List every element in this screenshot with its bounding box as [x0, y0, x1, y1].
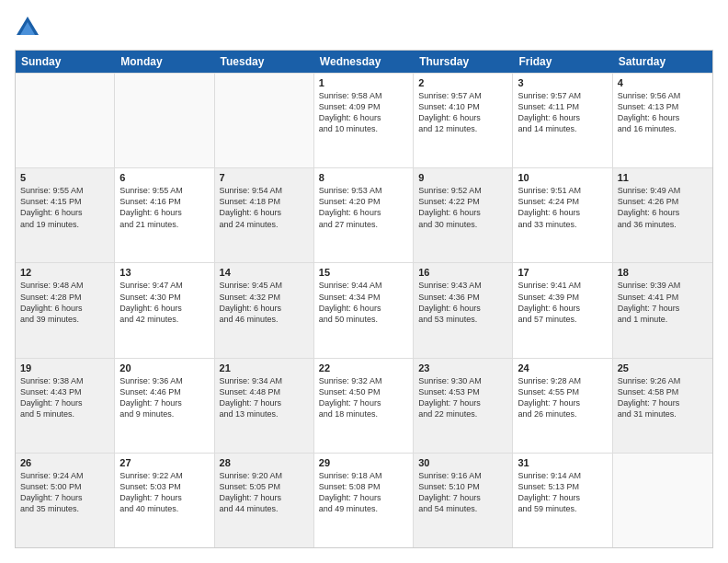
- day-number: 25: [618, 362, 708, 373]
- day-cell-3: 3Sunrise: 9:57 AM Sunset: 4:11 PM Daylig…: [513, 74, 612, 167]
- day-number: 17: [518, 267, 607, 278]
- header-day-wednesday: Wednesday: [314, 51, 414, 73]
- day-cell-28: 28Sunrise: 9:20 AM Sunset: 5:05 PM Dayli…: [215, 454, 314, 547]
- header-day-monday: Monday: [115, 51, 214, 73]
- day-number: 13: [119, 267, 209, 278]
- day-number: 28: [220, 457, 309, 468]
- header-day-sunday: Sunday: [16, 51, 115, 73]
- day-cell-24: 24Sunrise: 9:28 AM Sunset: 4:55 PM Dayli…: [513, 359, 612, 453]
- day-info: Sunrise: 9:53 AM Sunset: 4:20 PM Dayligh…: [319, 185, 408, 230]
- day-number: 26: [20, 457, 109, 468]
- calendar-body: 1Sunrise: 9:58 AM Sunset: 4:09 PM Daylig…: [16, 73, 712, 547]
- day-number: 2: [418, 77, 507, 88]
- calendar-row-4: 19Sunrise: 9:38 AM Sunset: 4:43 PM Dayli…: [16, 358, 712, 453]
- day-number: 8: [319, 172, 408, 183]
- logo: [15, 15, 44, 40]
- day-info: Sunrise: 9:18 AM Sunset: 5:08 PM Dayligh…: [319, 470, 408, 515]
- day-number: 11: [618, 172, 708, 183]
- day-cell-13: 13Sunrise: 9:47 AM Sunset: 4:30 PM Dayli…: [115, 263, 214, 357]
- day-number: 1: [319, 77, 408, 88]
- header-day-friday: Friday: [513, 51, 612, 73]
- day-cell-25: 25Sunrise: 9:26 AM Sunset: 4:58 PM Dayli…: [613, 359, 712, 453]
- day-cell-11: 11Sunrise: 9:49 AM Sunset: 4:26 PM Dayli…: [613, 168, 712, 262]
- day-cell-4: 4Sunrise: 9:56 AM Sunset: 4:13 PM Daylig…: [613, 74, 712, 167]
- day-cell-19: 19Sunrise: 9:38 AM Sunset: 4:43 PM Dayli…: [16, 359, 115, 453]
- calendar-row-5: 26Sunrise: 9:24 AM Sunset: 5:00 PM Dayli…: [16, 453, 712, 547]
- empty-cell-0-0: [16, 74, 115, 167]
- day-number: 3: [518, 77, 607, 88]
- page: SundayMondayTuesdayWednesdayThursdayFrid…: [0, 0, 728, 563]
- day-cell-22: 22Sunrise: 9:32 AM Sunset: 4:50 PM Dayli…: [314, 359, 414, 453]
- header: [15, 15, 713, 40]
- day-number: 19: [20, 362, 109, 373]
- empty-cell-0-1: [115, 74, 214, 167]
- header-day-tuesday: Tuesday: [215, 51, 314, 73]
- day-number: 23: [418, 362, 507, 373]
- day-number: 9: [418, 172, 507, 183]
- day-number: 30: [418, 457, 507, 468]
- day-info: Sunrise: 9:52 AM Sunset: 4:22 PM Dayligh…: [418, 185, 507, 230]
- day-info: Sunrise: 9:41 AM Sunset: 4:39 PM Dayligh…: [518, 280, 607, 325]
- day-info: Sunrise: 9:39 AM Sunset: 4:41 PM Dayligh…: [618, 280, 708, 325]
- day-info: Sunrise: 9:57 AM Sunset: 4:11 PM Dayligh…: [518, 90, 607, 135]
- day-info: Sunrise: 9:56 AM Sunset: 4:13 PM Dayligh…: [618, 90, 708, 135]
- day-number: 24: [518, 362, 607, 373]
- day-number: 12: [20, 267, 109, 278]
- day-info: Sunrise: 9:55 AM Sunset: 4:15 PM Dayligh…: [20, 185, 109, 230]
- day-info: Sunrise: 9:20 AM Sunset: 5:05 PM Dayligh…: [220, 470, 309, 515]
- day-number: 20: [119, 362, 209, 373]
- day-info: Sunrise: 9:36 AM Sunset: 4:46 PM Dayligh…: [119, 375, 209, 420]
- day-info: Sunrise: 9:38 AM Sunset: 4:43 PM Dayligh…: [20, 375, 109, 420]
- calendar-row-2: 5Sunrise: 9:55 AM Sunset: 4:15 PM Daylig…: [16, 167, 712, 262]
- calendar: SundayMondayTuesdayWednesdayThursdayFrid…: [15, 50, 713, 548]
- day-cell-5: 5Sunrise: 9:55 AM Sunset: 4:15 PM Daylig…: [16, 168, 115, 262]
- day-info: Sunrise: 9:51 AM Sunset: 4:24 PM Dayligh…: [518, 185, 607, 230]
- day-info: Sunrise: 9:22 AM Sunset: 5:03 PM Dayligh…: [119, 470, 209, 515]
- day-info: Sunrise: 9:28 AM Sunset: 4:55 PM Dayligh…: [518, 375, 607, 420]
- calendar-row-1: 1Sunrise: 9:58 AM Sunset: 4:09 PM Daylig…: [16, 73, 712, 167]
- day-cell-17: 17Sunrise: 9:41 AM Sunset: 4:39 PM Dayli…: [513, 263, 612, 357]
- empty-cell-4-6: [613, 454, 712, 547]
- day-cell-6: 6Sunrise: 9:55 AM Sunset: 4:16 PM Daylig…: [115, 168, 214, 262]
- day-info: Sunrise: 9:43 AM Sunset: 4:36 PM Dayligh…: [418, 280, 507, 325]
- day-cell-27: 27Sunrise: 9:22 AM Sunset: 5:03 PM Dayli…: [115, 454, 214, 547]
- day-cell-30: 30Sunrise: 9:16 AM Sunset: 5:10 PM Dayli…: [414, 454, 513, 547]
- header-day-thursday: Thursday: [414, 51, 513, 73]
- day-number: 29: [319, 457, 408, 468]
- day-number: 5: [20, 172, 109, 183]
- day-cell-20: 20Sunrise: 9:36 AM Sunset: 4:46 PM Dayli…: [115, 359, 214, 453]
- day-info: Sunrise: 9:54 AM Sunset: 4:18 PM Dayligh…: [220, 185, 309, 230]
- day-cell-26: 26Sunrise: 9:24 AM Sunset: 5:00 PM Dayli…: [16, 454, 115, 547]
- day-number: 14: [220, 267, 309, 278]
- logo-icon: [15, 15, 40, 40]
- day-number: 4: [618, 77, 708, 88]
- day-cell-16: 16Sunrise: 9:43 AM Sunset: 4:36 PM Dayli…: [414, 263, 513, 357]
- day-info: Sunrise: 9:57 AM Sunset: 4:10 PM Dayligh…: [418, 90, 507, 135]
- day-cell-2: 2Sunrise: 9:57 AM Sunset: 4:10 PM Daylig…: [414, 74, 513, 167]
- empty-cell-0-2: [215, 74, 314, 167]
- day-cell-1: 1Sunrise: 9:58 AM Sunset: 4:09 PM Daylig…: [314, 74, 414, 167]
- day-cell-9: 9Sunrise: 9:52 AM Sunset: 4:22 PM Daylig…: [414, 168, 513, 262]
- day-number: 27: [119, 457, 209, 468]
- day-cell-21: 21Sunrise: 9:34 AM Sunset: 4:48 PM Dayli…: [215, 359, 314, 453]
- day-info: Sunrise: 9:44 AM Sunset: 4:34 PM Dayligh…: [319, 280, 408, 325]
- day-cell-15: 15Sunrise: 9:44 AM Sunset: 4:34 PM Dayli…: [314, 263, 414, 357]
- calendar-row-3: 12Sunrise: 9:48 AM Sunset: 4:28 PM Dayli…: [16, 262, 712, 357]
- day-cell-10: 10Sunrise: 9:51 AM Sunset: 4:24 PM Dayli…: [513, 168, 612, 262]
- day-number: 6: [119, 172, 209, 183]
- day-info: Sunrise: 9:49 AM Sunset: 4:26 PM Dayligh…: [618, 185, 708, 230]
- calendar-header: SundayMondayTuesdayWednesdayThursdayFrid…: [16, 51, 712, 73]
- day-info: Sunrise: 9:45 AM Sunset: 4:32 PM Dayligh…: [220, 280, 309, 325]
- day-info: Sunrise: 9:32 AM Sunset: 4:50 PM Dayligh…: [319, 375, 408, 420]
- day-cell-7: 7Sunrise: 9:54 AM Sunset: 4:18 PM Daylig…: [215, 168, 314, 262]
- day-cell-14: 14Sunrise: 9:45 AM Sunset: 4:32 PM Dayli…: [215, 263, 314, 357]
- day-cell-18: 18Sunrise: 9:39 AM Sunset: 4:41 PM Dayli…: [613, 263, 712, 357]
- day-info: Sunrise: 9:24 AM Sunset: 5:00 PM Dayligh…: [20, 470, 109, 515]
- day-info: Sunrise: 9:26 AM Sunset: 4:58 PM Dayligh…: [618, 375, 708, 420]
- day-info: Sunrise: 9:30 AM Sunset: 4:53 PM Dayligh…: [418, 375, 507, 420]
- day-number: 10: [518, 172, 607, 183]
- header-day-saturday: Saturday: [613, 51, 712, 73]
- day-number: 31: [518, 457, 607, 468]
- day-info: Sunrise: 9:34 AM Sunset: 4:48 PM Dayligh…: [220, 375, 309, 420]
- day-info: Sunrise: 9:48 AM Sunset: 4:28 PM Dayligh…: [20, 280, 109, 325]
